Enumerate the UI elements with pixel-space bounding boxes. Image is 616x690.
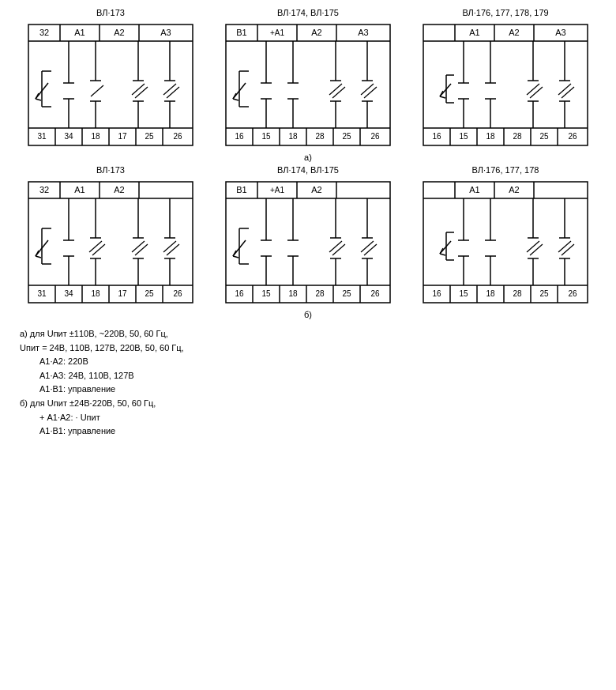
svg-text:25: 25 — [145, 132, 154, 141]
svg-line-214 — [233, 256, 239, 258]
diagram-a2-svg: В1 +А1 А2 А3 16 15 18 28 25 26 — [225, 24, 391, 146]
svg-text:16: 16 — [235, 289, 244, 298]
svg-text:А2: А2 — [509, 28, 519, 37]
svg-text:+А1: +А1 — [270, 28, 285, 37]
footnote-line8: А1·В1: управление — [20, 424, 604, 439]
diagram-a3: А1 А2 А3 16 15 18 28 25 26 — [415, 24, 596, 146]
footnote-line3: А1·А2: 220В — [20, 355, 604, 369]
svg-text:25: 25 — [342, 289, 351, 298]
svg-text:18: 18 — [91, 132, 100, 141]
section-b-label: б) — [12, 310, 604, 319]
svg-rect-235 — [423, 182, 588, 303]
diagram-b2-label: ВЛ·174, ВЛ·175 — [277, 165, 339, 175]
svg-text:17: 17 — [118, 289, 127, 298]
diagram-a2-title: ВЛ·174, ВЛ·175 — [217, 8, 399, 17]
svg-rect-141 — [28, 182, 193, 303]
svg-text:16: 16 — [235, 132, 244, 141]
svg-line-272 — [527, 241, 539, 252]
svg-line-273 — [530, 244, 543, 255]
svg-text:+А1: +А1 — [270, 186, 285, 194]
svg-line-87 — [329, 84, 342, 95]
svg-text:32: 32 — [39, 28, 49, 37]
svg-text:31: 31 — [37, 132, 47, 141]
svg-line-93 — [361, 84, 374, 95]
svg-rect-48 — [226, 25, 390, 145]
svg-text:26: 26 — [370, 132, 380, 141]
svg-text:34: 34 — [64, 289, 73, 298]
svg-line-279 — [562, 244, 574, 255]
diagram-b1: 32 А1 А2 31 34 18 17 25 26 — [20, 181, 201, 304]
footnote-line4: А1·АЗ: 24В, 110В, 127В — [20, 369, 604, 383]
svg-text:26: 26 — [173, 289, 182, 298]
footnote-section: а) для Uпит ±110В, ~220В, 50, 60 Гц, Uпи… — [12, 327, 604, 439]
diagram-b1-svg: 32 А1 А2 31 34 18 17 25 26 — [28, 181, 193, 304]
svg-line-134 — [530, 87, 543, 98]
section-b-diagrams: 32 А1 А2 31 34 18 17 25 26 — [12, 181, 604, 304]
svg-line-234 — [364, 244, 377, 255]
svg-line-133 — [527, 84, 539, 95]
diagram-b2-title: ВЛ·174, ВЛ·175 — [217, 165, 399, 175]
diagram-a3-title: ВЛ·176, 177, 178, 179 — [415, 8, 596, 17]
svg-line-259 — [440, 254, 445, 255]
svg-line-88 — [332, 87, 345, 98]
svg-text:А1: А1 — [74, 185, 85, 194]
svg-text:16: 16 — [432, 132, 441, 141]
svg-text:17: 17 — [118, 132, 127, 141]
svg-line-233 — [361, 241, 374, 252]
svg-text:А2: А2 — [311, 185, 321, 194]
svg-line-47 — [167, 87, 179, 98]
diagram-b3-svg: А1 А2 16 15 18 28 25 26 — [423, 181, 588, 304]
main-container: ВЛ·173 ВЛ·174, ВЛ·175 ВЛ·176, 177, 178, … — [0, 0, 616, 447]
svg-text:26: 26 — [568, 132, 577, 141]
svg-text:25: 25 — [539, 132, 549, 141]
svg-text:25: 25 — [539, 289, 549, 298]
diagram-b2-svg: В1 +А1 А2 16 15 18 28 25 26 — [225, 181, 391, 304]
diagram-a1-title: ВЛ·173 — [20, 8, 201, 17]
footnote-line7: + А1·А2: · Uпит — [20, 411, 604, 425]
svg-text:31: 31 — [37, 289, 47, 298]
svg-line-41 — [135, 87, 148, 98]
diagram-b3-title: ВЛ·176, 177, 178 — [415, 165, 596, 175]
diagram-b1-title: ВЛ·173 — [20, 165, 201, 175]
svg-text:А2: А2 — [509, 185, 519, 194]
svg-text:А3: А3 — [555, 28, 565, 37]
svg-line-181 — [132, 241, 145, 252]
svg-line-40 — [132, 84, 145, 95]
svg-text:А1: А1 — [469, 185, 479, 194]
diagram-a2-label: ВЛ·174, ВЛ·175 — [277, 8, 339, 17]
svg-text:А2: А2 — [311, 28, 321, 37]
footnote-line1: а) для Uпит ±110В, ~220В, 50, 60 Гц, — [20, 327, 604, 341]
svg-line-140 — [562, 87, 574, 98]
svg-line-278 — [558, 241, 571, 252]
svg-text:34: 34 — [64, 132, 73, 141]
svg-line-187 — [163, 241, 176, 252]
svg-line-46 — [163, 84, 176, 95]
svg-text:15: 15 — [261, 289, 271, 298]
diagram-a3-label: ВЛ·176, 177, 178, 179 — [462, 8, 548, 17]
svg-text:А1: А1 — [469, 28, 479, 37]
section-a-label: а) — [12, 153, 604, 162]
svg-text:28: 28 — [315, 132, 325, 141]
svg-text:32: 32 — [39, 185, 49, 194]
svg-line-228 — [332, 244, 345, 255]
diagram-a2: В1 +А1 А2 А3 16 15 18 28 25 26 — [217, 24, 399, 146]
svg-text:15: 15 — [459, 289, 468, 298]
svg-line-35 — [91, 85, 103, 96]
svg-line-182 — [135, 244, 148, 255]
svg-rect-189 — [226, 182, 390, 303]
diagram-b3: А1 А2 16 15 18 28 25 26 — [415, 181, 596, 304]
svg-line-166 — [36, 256, 41, 258]
svg-text:В1: В1 — [236, 185, 246, 194]
footnote-line2: Uпит = 24В, 110В, 127В, 220В, 50, 60 Гц, — [20, 341, 604, 356]
svg-text:18: 18 — [91, 289, 100, 298]
svg-text:26: 26 — [173, 132, 182, 141]
diagram-a3-svg: А1 А2 А3 16 15 18 28 25 26 — [423, 24, 588, 146]
svg-line-176 — [92, 244, 105, 255]
section-b-title-row: ВЛ·173 ВЛ·174, ВЛ·175 ВЛ·176, 177, 178 — [12, 165, 604, 175]
section-a-diagrams: 32 А1 А2 А3 31 34 18 17 25 26 — [12, 24, 604, 146]
svg-text:18: 18 — [288, 289, 298, 298]
svg-line-139 — [558, 84, 571, 95]
svg-text:А1: А1 — [74, 28, 85, 37]
svg-line-175 — [89, 241, 102, 252]
svg-line-120 — [440, 96, 445, 98]
